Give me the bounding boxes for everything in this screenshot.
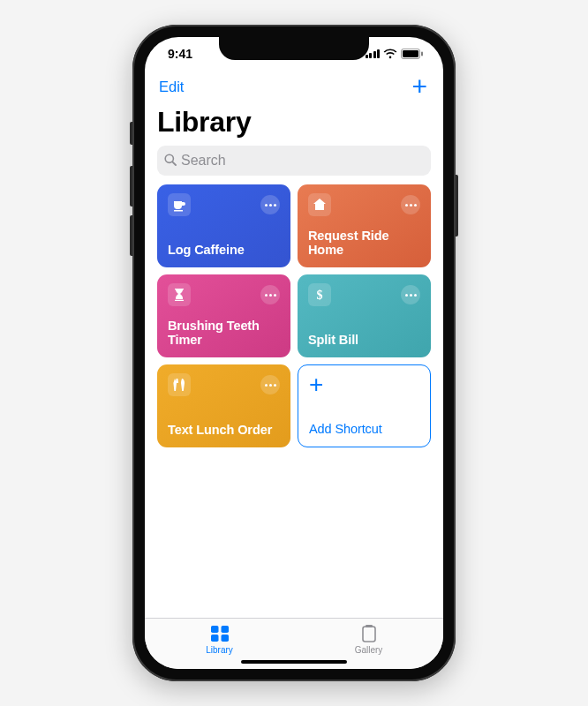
shortcuts-grid: Log Caffeine Request Ride Home	[157, 184, 431, 447]
battery-icon	[401, 49, 424, 59]
edit-button[interactable]: Edit	[159, 79, 184, 95]
shortcut-tile-lunch-order[interactable]: Text Lunch Order	[157, 364, 290, 447]
grid-icon	[208, 624, 231, 643]
new-shortcut-button[interactable]: +	[410, 73, 429, 100]
search-icon	[164, 154, 177, 169]
svg-rect-1	[403, 50, 418, 57]
dollar-icon: $	[308, 283, 331, 306]
hourglass-icon	[168, 283, 191, 306]
shortcut-tile-split-bill[interactable]: $ Split Bill	[298, 274, 431, 357]
shortcut-tile-request-ride[interactable]: Request Ride Home	[298, 184, 431, 267]
tile-more-button[interactable]	[260, 285, 280, 304]
tile-label: Add Shortcut	[309, 422, 419, 437]
tile-label: Log Caffeine	[168, 243, 280, 258]
home-icon	[308, 193, 331, 216]
tile-label: Text Lunch Order	[168, 423, 280, 438]
home-indicator[interactable]	[241, 660, 347, 665]
search-placeholder: Search	[181, 153, 226, 169]
screen: 9:41 Edit + Library	[145, 37, 443, 669]
svg-text:$: $	[317, 289, 323, 302]
power-button	[456, 175, 458, 237]
svg-line-4	[172, 161, 176, 165]
coffee-icon	[168, 193, 191, 216]
tile-more-button[interactable]	[401, 195, 420, 214]
tab-label: Library	[206, 645, 233, 655]
svg-rect-6	[211, 626, 219, 633]
notch	[219, 37, 369, 60]
add-shortcut-tile[interactable]: + Add Shortcut	[298, 364, 431, 447]
tile-more-button[interactable]	[260, 195, 280, 214]
utensils-icon	[168, 373, 191, 396]
svg-rect-10	[363, 627, 375, 642]
volume-down	[130, 215, 132, 256]
svg-rect-2	[421, 52, 423, 56]
svg-rect-7	[221, 626, 229, 633]
tile-label: Request Ride Home	[308, 229, 420, 258]
gallery-icon	[358, 624, 381, 643]
status-time: 9:41	[168, 47, 192, 61]
svg-rect-9	[221, 635, 229, 642]
tile-more-button[interactable]	[260, 375, 280, 394]
tile-label: Split Bill	[308, 333, 420, 348]
plus-icon: +	[309, 372, 419, 397]
svg-rect-11	[366, 625, 373, 627]
status-indicators	[366, 49, 425, 59]
mute-switch	[130, 122, 132, 145]
page-title: Library	[157, 106, 431, 139]
phone-frame: 9:41 Edit + Library	[132, 25, 456, 681]
tile-more-button[interactable]	[401, 285, 420, 304]
tab-label: Gallery	[355, 645, 383, 655]
content: Library Search Log Caffeine	[145, 102, 443, 618]
volume-up	[130, 166, 132, 207]
wifi-icon	[383, 49, 397, 59]
search-input[interactable]: Search	[157, 146, 431, 176]
svg-rect-8	[211, 635, 219, 642]
shortcut-tile-brushing-timer[interactable]: Brushing Teeth Timer	[157, 274, 290, 357]
nav-bar: Edit +	[145, 71, 443, 102]
tile-label: Brushing Teeth Timer	[168, 319, 280, 348]
shortcut-tile-log-caffeine[interactable]: Log Caffeine	[157, 184, 290, 267]
